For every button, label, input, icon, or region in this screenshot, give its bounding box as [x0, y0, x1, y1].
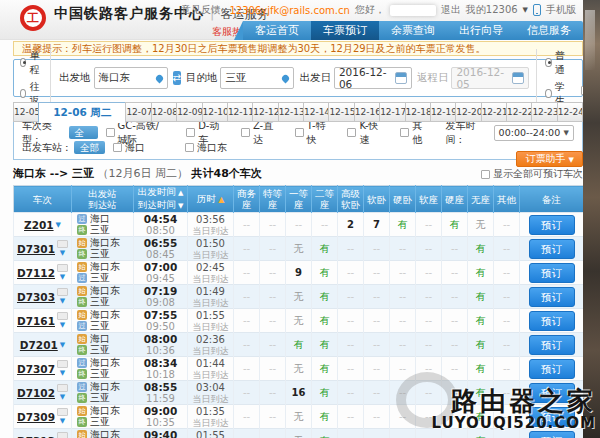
train-type-option-5[interactable]: 其他: [400, 119, 427, 147]
expand-caret-icon[interactable]: ▼: [60, 369, 65, 377]
nav-tab-2[interactable]: 余票查询: [379, 21, 447, 40]
sort-arrow-icon[interactable]: ▼: [176, 202, 184, 210]
expand-caret-icon[interactable]: ▼: [60, 393, 65, 401]
round-radio[interactable]: [20, 89, 26, 98]
date-tab-12-15[interactable]: 12-15: [328, 102, 354, 122]
book-button[interactable]: 预订: [529, 407, 575, 427]
nav-tab-1[interactable]: 车票预订: [311, 21, 379, 40]
date-tab-12-18[interactable]: 12-18: [405, 102, 431, 122]
calendar-icon[interactable]: [395, 72, 407, 84]
train-number-link[interactable]: D7161: [17, 315, 55, 327]
expand-caret-icon[interactable]: ▼: [56, 221, 61, 229]
book-button[interactable]: 预订: [529, 239, 575, 259]
train-type-checkbox-2[interactable]: [241, 128, 250, 137]
expand-caret-icon[interactable]: ▼: [60, 297, 65, 305]
col-header-8[interactable]: 高级软卧: [338, 186, 364, 213]
book-button[interactable]: 预订: [529, 263, 575, 283]
col-header-14[interactable]: 其他: [494, 186, 520, 213]
date-tab-12-06[interactable]: 12-06 周二: [38, 102, 126, 123]
date-tab-12-11[interactable]: 12-11: [227, 102, 253, 122]
train-type-checkbox-3[interactable]: [295, 128, 304, 137]
col-header-3[interactable]: 历时 ▲: [188, 186, 234, 213]
train-number-link[interactable]: D7102: [17, 387, 55, 399]
date-tab-12-24[interactable]: 12-24: [557, 102, 583, 122]
train-type-checkbox-4[interactable]: [347, 128, 356, 137]
depart-station-checkbox-1[interactable]: [185, 143, 194, 152]
book-button[interactable]: 预订: [529, 359, 575, 379]
depart-station-all-button[interactable]: 全部: [74, 141, 105, 154]
train-number-link[interactable]: D7309: [17, 411, 55, 423]
col-header-1[interactable]: 出发站到达站: [72, 186, 134, 213]
train-number-link[interactable]: D7201: [20, 339, 58, 351]
col-header-7[interactable]: 二等座: [312, 186, 338, 213]
from-input[interactable]: 海口东: [94, 67, 168, 89]
depart-station-checkbox-0[interactable]: [113, 143, 122, 152]
col-header-12[interactable]: 硬座: [442, 186, 468, 213]
col-header-6[interactable]: 一等座: [286, 186, 312, 213]
date-tab-12-05[interactable]: 12-05: [13, 102, 39, 122]
date-tab-12-14[interactable]: 12-14: [303, 102, 329, 122]
booking-helper-button[interactable]: 订票助手 ▼: [516, 151, 583, 167]
chevron-down-icon[interactable]: ▼: [523, 6, 528, 14]
col-header-5[interactable]: 特等座: [260, 186, 286, 213]
feedback-email-link[interactable]: 12306yjfk@rails.com.cn: [229, 5, 349, 16]
depart-time-select[interactable]: 00:00--24:00 ▼: [494, 125, 574, 141]
book-button[interactable]: 预订: [529, 383, 575, 403]
show-all-row[interactable]: 显示全部可预订车次: [481, 167, 583, 181]
date-tab-12-19[interactable]: 12-19: [430, 102, 456, 122]
oneway-radio-row[interactable]: 单程: [20, 49, 42, 77]
col-header-10[interactable]: 硬卧: [390, 186, 416, 213]
train-number-link[interactable]: D7301: [17, 243, 55, 255]
train-type-checkbox-0[interactable]: [106, 128, 115, 137]
date-tab-12-16[interactable]: 12-16: [354, 102, 380, 122]
col-header-4[interactable]: 商务座: [234, 186, 260, 213]
to-input[interactable]: 三亚: [220, 67, 294, 89]
depart-station-option-0[interactable]: 海口: [113, 141, 145, 155]
date-tab-12-12[interactable]: 12-12: [252, 102, 278, 122]
col-header-0[interactable]: 车次: [14, 186, 72, 213]
train-type-option-4[interactable]: K-快速: [347, 119, 382, 147]
normal-radio-row[interactable]: 普通: [545, 49, 567, 77]
oneway-radio[interactable]: [20, 58, 26, 67]
student-radio[interactable]: [545, 89, 551, 98]
train-type-all-button[interactable]: 全部: [69, 126, 98, 139]
book-button[interactable]: 预订: [529, 311, 575, 331]
date-tab-12-21[interactable]: 12-21: [481, 102, 507, 122]
train-type-checkbox-1[interactable]: [186, 128, 195, 137]
train-type-option-3[interactable]: T-特快: [295, 119, 330, 147]
train-number-link[interactable]: D7303: [17, 291, 55, 303]
date-tab-12-08[interactable]: 12-08: [151, 102, 177, 122]
depart-station-option-1[interactable]: 海口东: [185, 141, 227, 155]
mobile-version-link[interactable]: 手机版: [546, 3, 576, 17]
date-tab-12-17[interactable]: 12-17: [379, 102, 405, 122]
train-number-link[interactable]: Z201: [24, 219, 54, 231]
train-number-link[interactable]: D7112: [17, 267, 55, 279]
expand-caret-icon[interactable]: ▼: [60, 417, 65, 425]
book-button[interactable]: 预订: [529, 215, 575, 235]
col-header-11[interactable]: 软座: [416, 186, 442, 213]
depart-date-input[interactable]: 2016-12-06: [334, 67, 412, 89]
book-button[interactable]: 预订: [529, 335, 575, 355]
date-tab-12-07[interactable]: 12-07: [125, 102, 151, 122]
col-header-9[interactable]: 软卧: [364, 186, 390, 213]
my12306-link[interactable]: 我的12306: [466, 3, 518, 17]
date-tab-12-09[interactable]: 12-09: [176, 102, 202, 122]
train-number-link[interactable]: D7313: [17, 435, 55, 438]
swap-stations-icon[interactable]: ⇄: [173, 71, 181, 85]
expand-caret-icon[interactable]: ▼: [60, 249, 65, 257]
date-tab-12-20[interactable]: 12-20: [455, 102, 481, 122]
date-tab-12-10[interactable]: 12-10: [202, 102, 228, 122]
sort-arrow-icon[interactable]: ▲: [176, 189, 184, 197]
expand-caret-icon[interactable]: ▼: [60, 273, 65, 281]
train-type-checkbox-5[interactable]: [400, 128, 409, 137]
date-tab-12-22[interactable]: 12-22: [506, 102, 532, 122]
expand-caret-icon[interactable]: ▼: [60, 341, 65, 349]
nav-tab-3[interactable]: 出行向导: [447, 21, 515, 40]
book-button[interactable]: 预订: [529, 287, 575, 307]
train-number-link[interactable]: D7307: [17, 363, 55, 375]
nav-tab-0[interactable]: 客运首页: [243, 21, 311, 40]
book-button[interactable]: 预订: [529, 431, 575, 438]
col-header-2[interactable]: 出发时间 ▲到达时间 ▼: [134, 186, 188, 213]
nav-tab-4[interactable]: 信息服务: [515, 21, 583, 40]
date-tab-12-23[interactable]: 12-23: [531, 102, 557, 122]
